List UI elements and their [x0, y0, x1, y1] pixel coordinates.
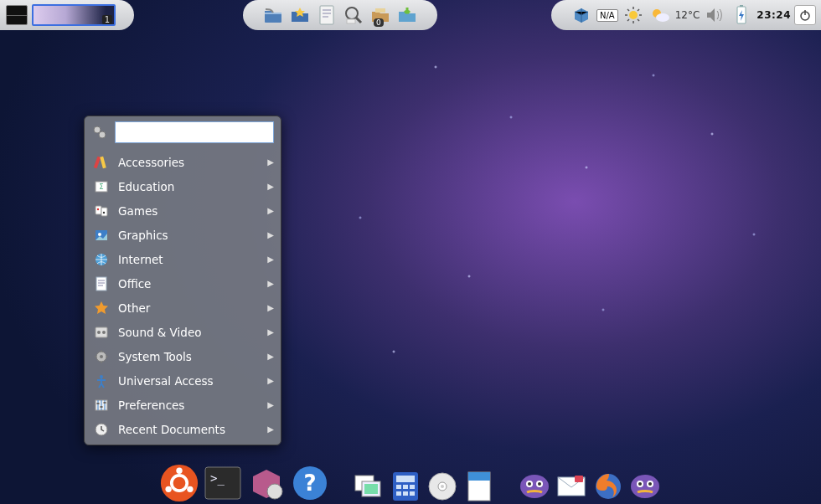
updates-count: 0: [374, 18, 384, 27]
dock-document[interactable]: [463, 471, 495, 502]
menu-item-label: Internet: [118, 253, 259, 266]
dock: >_ ?: [160, 464, 661, 502]
svg-rect-25: [94, 156, 101, 168]
internet-icon: [93, 251, 110, 268]
svg-rect-55: [101, 406, 103, 408]
menu-item-internet[interactable]: Internet▶: [85, 247, 281, 271]
packages-icon[interactable]: [570, 3, 593, 27]
clock-text: 23:24: [756, 9, 791, 21]
dock-help[interactable]: ?: [291, 464, 329, 502]
software-updates-icon[interactable]: 0: [369, 3, 392, 27]
svg-point-88: [538, 482, 541, 486]
weather-sunny-icon[interactable]: [622, 3, 645, 27]
svg-rect-74: [403, 485, 408, 489]
svg-point-24: [99, 131, 106, 138]
svg-rect-83: [468, 472, 490, 481]
shutdown-button[interactable]: [794, 5, 816, 25]
menu-item-education[interactable]: ΣEducation▶: [85, 174, 281, 198]
panel-right-group: N/A 12°C 23:24: [551, 0, 821, 30]
submenu-arrow-icon: ▶: [267, 352, 274, 361]
bookmarks-icon[interactable]: [288, 3, 312, 27]
svg-rect-73: [396, 485, 401, 489]
menu-item-games[interactable]: Games▶: [85, 198, 281, 223]
svg-rect-0: [320, 6, 333, 24]
svg-rect-36: [96, 277, 106, 291]
dock-firefox[interactable]: [592, 471, 624, 502]
svg-point-61: [165, 486, 171, 492]
svg-rect-76: [396, 491, 401, 496]
submenu-arrow-icon: ▶: [267, 157, 274, 167]
recent-documents-icon: [93, 421, 110, 438]
menu-item-label: Office: [118, 277, 259, 291]
svg-point-41: [97, 331, 101, 334]
temperature-text: 12°C: [675, 9, 700, 21]
dock-disc[interactable]: [426, 471, 458, 502]
svg-rect-72: [396, 476, 415, 482]
svg-point-23: [94, 126, 101, 133]
submenu-arrow-icon: ▶: [267, 182, 274, 191]
menu-item-label: Recent Documents: [118, 423, 259, 436]
menu-item-label: Graphics: [118, 229, 259, 242]
dock-image-viewer[interactable]: [353, 471, 385, 502]
menu-item-recent-documents[interactable]: Recent Documents▶: [85, 417, 281, 441]
menu-item-label: Accessories: [118, 156, 259, 169]
panel-mid-group: 0: [243, 0, 437, 30]
weather-partly-icon[interactable]: [648, 3, 672, 27]
submenu-arrow-icon: ▶: [267, 303, 274, 312]
file-manager-icon[interactable]: [261, 3, 285, 27]
svg-point-92: [631, 475, 659, 498]
submenu-arrow-icon: ▶: [267, 230, 274, 239]
submenu-arrow-icon: ▶: [267, 400, 274, 409]
downloads-icon[interactable]: [395, 3, 419, 27]
svg-point-87: [528, 482, 531, 486]
accessories-icon: [93, 154, 110, 171]
dock-software-center[interactable]: [247, 464, 286, 502]
dock-mail[interactable]: [555, 471, 587, 502]
search-icon[interactable]: [342, 3, 365, 27]
svg-rect-56: [104, 402, 106, 404]
menu-search-input[interactable]: [115, 121, 274, 143]
menu-item-system-tools[interactable]: System Tools▶: [85, 344, 281, 368]
menu-item-graphics[interactable]: Graphics▶: [85, 223, 281, 247]
preferences-icon: [93, 397, 110, 414]
text-editor-icon[interactable]: [315, 3, 338, 27]
menu-item-other[interactable]: Other▶: [85, 296, 281, 320]
dock-calculator[interactable]: [390, 471, 421, 502]
battery-charging-icon[interactable]: [730, 3, 753, 27]
menu-item-preferences[interactable]: Preferences▶: [85, 393, 281, 417]
svg-point-42: [102, 331, 106, 334]
volume-icon[interactable]: [703, 3, 726, 27]
svg-rect-7: [375, 8, 385, 13]
svg-rect-6: [347, 19, 355, 23]
other-icon: [93, 300, 110, 316]
svg-rect-54: [97, 403, 100, 404]
svg-point-44: [100, 355, 103, 358]
svg-line-15: [627, 19, 629, 21]
menu-item-office[interactable]: Office▶: [85, 271, 281, 296]
workspace-switcher-icon[interactable]: [5, 3, 28, 27]
svg-point-96: [648, 482, 652, 486]
menu-item-label: Other: [118, 301, 259, 315]
svg-line-14: [638, 19, 639, 21]
svg-rect-26: [100, 156, 106, 168]
svg-rect-90: [575, 476, 583, 482]
menu-item-accessories[interactable]: Accessories▶: [85, 150, 281, 174]
na-indicator[interactable]: N/A: [596, 9, 618, 22]
menu-item-label: System Tools: [118, 350, 259, 363]
dock-messenger[interactable]: [519, 471, 550, 502]
top-panel: 1 0 N/A 12°C: [0, 0, 821, 30]
dock-ubuntu-logo[interactable]: [160, 464, 199, 502]
office-icon: [93, 275, 110, 292]
workspace-thumbnail[interactable]: 1: [32, 4, 116, 26]
menu-item-label: Education: [118, 180, 259, 193]
workspace-number: 1: [102, 15, 112, 24]
dock-messenger-2[interactable]: [629, 471, 661, 502]
svg-point-62: [187, 486, 193, 492]
menu-item-universal-access[interactable]: Universal Access▶: [85, 368, 281, 393]
submenu-arrow-icon: ▶: [267, 206, 274, 215]
system-tools-icon: [93, 348, 110, 365]
dock-terminal[interactable]: >_: [204, 464, 242, 502]
menu-item-sound-video[interactable]: Sound & Video▶: [85, 320, 281, 344]
svg-point-95: [638, 482, 642, 486]
menu-settings-icon[interactable]: [91, 124, 108, 141]
